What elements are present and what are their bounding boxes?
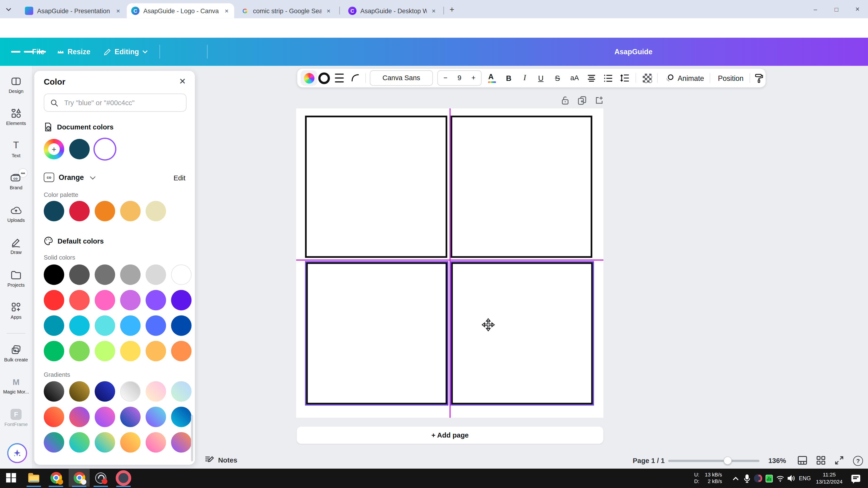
- color-swatch[interactable]: [44, 316, 64, 336]
- color-swatch[interactable]: [171, 341, 191, 361]
- action-center-icon[interactable]: [850, 469, 861, 488]
- gradient-swatch[interactable]: [69, 407, 90, 427]
- color-swatch[interactable]: [146, 290, 166, 311]
- tray-expand-chevron-icon[interactable]: [731, 469, 741, 488]
- font-family-selector[interactable]: Canva Sans: [370, 70, 433, 86]
- gradient-swatch[interactable]: [146, 407, 166, 427]
- gradient-swatch[interactable]: [171, 432, 191, 453]
- add-page-icon[interactable]: [595, 96, 604, 105]
- tab-close-icon[interactable]: ×: [326, 7, 332, 14]
- color-swatch[interactable]: [120, 264, 141, 285]
- stroke-style-button[interactable]: [332, 69, 347, 88]
- color-swatch[interactable]: [44, 201, 64, 221]
- close-icon[interactable]: ✕: [179, 76, 186, 86]
- file-explorer-taskbar-icon[interactable]: [24, 469, 43, 487]
- brand-palette-selector[interactable]: co Orange: [44, 172, 94, 182]
- add-color-button[interactable]: +: [44, 139, 64, 159]
- microphone-tray-icon[interactable]: [742, 469, 752, 488]
- gradient-swatch[interactable]: [120, 432, 141, 453]
- comic-frame-bottom-left-selected[interactable]: [306, 262, 447, 404]
- gradient-swatch[interactable]: [120, 407, 141, 427]
- tab-close-icon[interactable]: ×: [115, 7, 121, 14]
- gradient-swatch[interactable]: [120, 381, 141, 402]
- gradient-swatch[interactable]: [146, 381, 166, 402]
- lock-page-icon[interactable]: [561, 96, 569, 105]
- tab-search-chevron-icon[interactable]: [5, 7, 11, 12]
- window-maximize-button[interactable]: □: [826, 0, 847, 18]
- comic-frame-top-left[interactable]: [305, 116, 447, 258]
- browser-tab-logo-active[interactable]: C AsapGuide - Logo - Canva ×: [127, 3, 234, 18]
- font-size-decrease[interactable]: −: [443, 74, 447, 82]
- color-swatch[interactable]: [171, 264, 191, 285]
- color-swatch[interactable]: [95, 139, 115, 159]
- fullscreen-icon[interactable]: [835, 456, 844, 465]
- network-monitor-tray-icon[interactable]: [764, 469, 774, 488]
- browser-tab-presentation[interactable]: AsapGuide - Presentation - Can ×: [21, 3, 126, 18]
- animate-button[interactable]: Animate: [661, 69, 708, 88]
- window-minimize-button[interactable]: –: [805, 0, 826, 18]
- color-search-box[interactable]: [44, 94, 187, 112]
- color-swatch[interactable]: [44, 264, 64, 285]
- color-swatch[interactable]: [95, 201, 115, 221]
- volume-tray-icon[interactable]: [786, 469, 796, 488]
- sidebar-item-bulk-create[interactable]: Bulk create: [0, 344, 32, 362]
- color-swatch[interactable]: [171, 316, 191, 336]
- stroke-color-button[interactable]: [316, 69, 332, 88]
- color-swatch[interactable]: [69, 290, 90, 311]
- line-spacing-button[interactable]: [616, 69, 632, 88]
- color-swatch[interactable]: [120, 201, 141, 221]
- color-swatch[interactable]: [69, 139, 90, 159]
- panel-scrollbar[interactable]: [191, 415, 193, 461]
- color-swatch[interactable]: [120, 316, 141, 336]
- help-button[interactable]: ?: [853, 456, 863, 466]
- sidebar-item-draw[interactable]: Draw: [0, 236, 32, 255]
- color-swatch[interactable]: [69, 201, 90, 221]
- color-swatch[interactable]: [44, 341, 64, 361]
- file-menu-button[interactable]: File: [32, 38, 44, 66]
- wifi-tray-icon[interactable]: [775, 469, 785, 488]
- color-swatch[interactable]: [146, 201, 166, 221]
- recorder-taskbar-icon[interactable]: [114, 469, 133, 487]
- corner-rounding-button[interactable]: [348, 69, 363, 88]
- gradient-swatch[interactable]: [171, 407, 191, 427]
- sidebar-item-uploads[interactable]: Uploads: [0, 204, 32, 223]
- gradient-swatch[interactable]: [44, 432, 64, 453]
- obs-taskbar-icon[interactable]: [91, 469, 110, 487]
- text-case-button[interactable]: aA: [566, 69, 583, 88]
- sidebar-item-magic-morph[interactable]: M Magic Mor...: [0, 376, 32, 395]
- zoom-slider-thumb[interactable]: [723, 456, 732, 465]
- color-swatch[interactable]: [69, 264, 90, 285]
- tab-close-icon[interactable]: ×: [224, 7, 230, 14]
- gradient-swatch[interactable]: [146, 432, 166, 453]
- sidebar-item-brand[interactable]: co Brand: [0, 172, 32, 191]
- chrome-profile1-taskbar-icon[interactable]: [46, 469, 65, 487]
- start-button[interactable]: [2, 469, 21, 487]
- window-close-button[interactable]: ×: [847, 0, 868, 18]
- notes-button[interactable]: Notes: [205, 456, 237, 464]
- sidebar-item-fontframe[interactable]: F FontFrame: [0, 408, 32, 427]
- color-swatch[interactable]: [69, 341, 90, 361]
- new-tab-button[interactable]: +: [450, 4, 455, 14]
- pages-view-icon[interactable]: [798, 456, 807, 465]
- underline-button[interactable]: U: [533, 69, 549, 88]
- font-size-stepper[interactable]: − 9 +: [437, 70, 482, 86]
- comic-frame-top-right[interactable]: [451, 116, 592, 258]
- clock[interactable]: 11:25 13/12/2024: [813, 471, 846, 486]
- gradient-swatch[interactable]: [44, 407, 64, 427]
- editing-mode-button[interactable]: Editing: [103, 38, 148, 66]
- gradient-swatch[interactable]: [69, 381, 90, 402]
- tab-close-icon[interactable]: ×: [431, 7, 437, 14]
- bold-button[interactable]: B: [501, 69, 517, 88]
- list-button[interactable]: [600, 69, 616, 88]
- sidebar-item-elements[interactable]: Elements: [0, 107, 32, 126]
- transparency-button[interactable]: [639, 69, 655, 88]
- browser-tab-wallpaper[interactable]: C AsapGuide - Desktop Wallpape ×: [344, 3, 441, 18]
- zoom-slider-track[interactable]: [668, 460, 760, 462]
- copy-style-button[interactable]: [752, 69, 766, 88]
- add-page-button[interactable]: + Add page: [297, 426, 603, 444]
- gradient-swatch[interactable]: [95, 407, 115, 427]
- gradient-swatch[interactable]: [171, 381, 191, 402]
- canva-assistant-button[interactable]: [7, 443, 27, 463]
- opera-tray-icon[interactable]: [753, 469, 763, 488]
- gradient-swatch[interactable]: [95, 432, 115, 453]
